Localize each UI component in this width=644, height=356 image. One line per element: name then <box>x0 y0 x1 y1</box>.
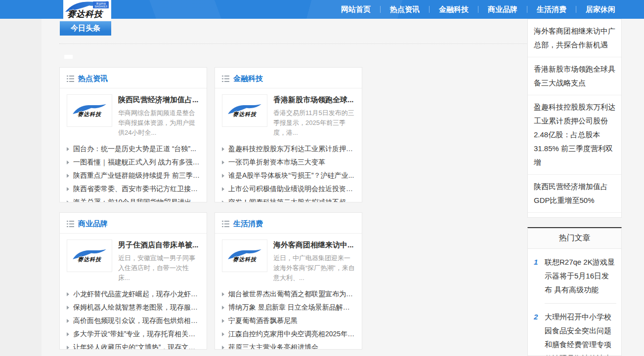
card-title[interactable]: 生活消费 <box>233 219 263 229</box>
card-title[interactable]: 商业品牌 <box>78 219 108 229</box>
card-title[interactable]: 热点资讯 <box>78 74 108 83</box>
nav-item-home[interactable]: 网站首页 <box>338 5 374 14</box>
triangle-right-icon <box>67 306 69 310</box>
sidebar-article[interactable]: 从销量第一到生态引领，创维以硬核科技实力与全球化战略点亮广交会 <box>528 213 621 218</box>
featured-title[interactable]: 陕西民营经济增加值占... <box>118 95 200 105</box>
card-title[interactable]: 金融科技 <box>233 74 263 83</box>
triangle-right-icon <box>67 160 69 164</box>
sidebar-article[interactable]: 盈趣科技控股股东万利达工业累计质押公司股份2.48亿股：占总股本31.85% 前… <box>528 95 621 175</box>
list-icon <box>67 76 74 82</box>
news-item[interactable]: 小龙虾替代品蓝龙虾崛起，现存小龙虾相关... <box>67 287 200 301</box>
main-nav: 网站首页 热点资讯 金融科技 商业品牌 生活消费 居家休闲 <box>338 0 618 19</box>
list-icon <box>222 76 229 82</box>
triangle-right-icon <box>222 346 224 350</box>
article-thumbnail[interactable]: 赛达科技 <box>222 239 267 272</box>
nav-item-fintech[interactable]: 金融科技 <box>436 5 472 14</box>
featured-article[interactable]: 赛达科技 男子住酒店自带床单被... 近日，安徽宣城一男子同事入住酒店时，自带一… <box>60 234 207 284</box>
article-thumbnail[interactable]: 赛达科技 <box>67 94 112 127</box>
featured-title[interactable]: 海外客商团相继来访中... <box>273 240 355 250</box>
nav-separator <box>576 6 576 13</box>
triangle-right-icon <box>67 332 69 336</box>
brand-text: 赛达科技 <box>233 111 257 118</box>
section-card-life-consumption: 生活消费 赛达科技 海外客商团相继来访中... 近日，中广电器集团迎来一波海外客… <box>215 212 362 350</box>
featured-title[interactable]: 香港新股市场领跑全球... <box>273 95 355 105</box>
nav-item-life-consumption[interactable]: 生活消费 <box>534 5 569 14</box>
card-header: 热点资讯 <box>60 68 207 88</box>
news-item[interactable]: 江森自控约克家用中央空调亮相2025年进... <box>222 327 355 341</box>
card-header: 生活消费 <box>215 213 362 234</box>
news-item[interactable]: 陕西重点产业链群能级持续提升 前三季度... <box>67 169 200 182</box>
nav-item-business-brand[interactable]: 商业品牌 <box>485 5 520 14</box>
news-item[interactable]: 盈趣科技控股股东万利达工业累计质押公司... <box>222 142 355 156</box>
article-thumbnail[interactable]: 赛达科技 <box>67 239 112 272</box>
sidebar-article[interactable]: 陕西民营经济增加值占GDP比重增至50% <box>528 175 621 213</box>
hot-article[interactable]: 1 联想R27qe 2K游戏显示器将于5月16日发布 具有高级功能 <box>528 249 621 303</box>
triangle-right-icon <box>222 174 224 178</box>
logo-badge: 赛达科技 SAIDAKEJI <box>93 1 109 8</box>
triangle-right-icon <box>222 200 224 202</box>
section-card-hot-news: 热点资讯 赛达科技 陕西民营经济增加值占... 华商网综合新闻频道是整合华商报媒… <box>59 67 207 202</box>
triangle-right-icon <box>222 187 224 191</box>
nav-separator <box>527 6 527 13</box>
featured-article[interactable]: 赛达科技 海外客商团相继来访中... 近日，中广电器集团迎来一波海外客商“探厂热… <box>215 234 362 284</box>
article-thumbnail[interactable]: 赛达科技 <box>222 94 267 127</box>
news-item[interactable]: 一图看懂｜福建舰正式入列 战力有多强？... <box>67 156 200 169</box>
news-item[interactable]: 荏原三大主营业务亮相进博会 <box>222 341 355 350</box>
triangle-right-icon <box>67 147 69 151</box>
featured-article[interactable]: 赛达科技 陕西民营经济增加值占... 华商网综合新闻频道是整合华商报媒体资源，为… <box>60 88 207 139</box>
news-item[interactable]: 多大学开设“带娃”专业，现存托育相关企... <box>67 327 200 341</box>
featured-title[interactable]: 男子住酒店自带床单被... <box>118 240 200 250</box>
hot-article[interactable]: 2 大理州召开中小学校园食品安全突出问题和膳食经费管理专项整治暨暑期涉校涉生安全… <box>528 304 621 356</box>
triangle-right-icon <box>222 160 224 164</box>
news-list: 小龙虾替代品蓝龙虾崛起，现存小龙虾相关... 保姆机器人绘就智慧养老图景，现存服… <box>60 284 207 350</box>
news-item[interactable]: 宁夏葡萄酒香飘慕尼黑 <box>222 314 355 327</box>
triangle-right-icon <box>67 346 69 350</box>
nav-separator <box>380 6 381 13</box>
featured-desc: 近日，中广电器集团迎来一波海外客商“探厂热潮”，来自意大利、... <box>273 253 355 283</box>
sidebar-latest-articles: 海外客商团相继来访中广总部，共探合作新机遇 香港新股市场领跑全球具备三大战略支点… <box>527 19 622 218</box>
news-item[interactable]: 一张罚单折射资本市场三大变革 <box>222 156 355 169</box>
rank-badge: 2 <box>534 310 545 356</box>
news-item[interactable]: 高价面包频现引众议，现存面包烘焙相关企... <box>67 314 200 327</box>
today-headlines-tab[interactable]: 今日头条 <box>60 21 111 36</box>
news-list: 国台办：统一是历史大势是正道 “台独”... 一图看懂｜福建舰正式入列 战力有多… <box>60 139 207 202</box>
triangle-right-icon <box>222 147 224 151</box>
news-item[interactable]: 突发！闻泰科技第二大股东拟减持不超过3... <box>222 196 355 202</box>
list-icon <box>222 221 229 227</box>
nav-item-hot-news[interactable]: 热点资讯 <box>387 5 423 14</box>
featured-desc: 近日，安徽宣城一男子同事入住酒店时，自带一次性床... <box>118 253 200 283</box>
sidebar-article[interactable]: 海外客商团相继来访中广总部，共探合作新机遇 <box>528 19 621 57</box>
list-icon <box>67 221 74 227</box>
latest-list: 海外客商团相继来访中广总部，共探合作新机遇 香港新股市场领跑全球具备三大战略支点… <box>528 19 621 218</box>
triangle-right-icon <box>67 319 69 323</box>
news-item[interactable]: 让年轻人收藏历史的“文博热”，现存文创... <box>67 341 200 350</box>
card-header: 金融科技 <box>215 68 362 88</box>
news-item[interactable]: 博纳万象 昱启新章 日立全场景新品解决方... <box>222 301 355 314</box>
brand-text: 赛达科技 <box>233 256 257 263</box>
section-card-business-brand: 商业品牌 赛达科技 男子住酒店自带床单被... 近日，安徽宣城一男子同事入住酒店… <box>59 212 207 350</box>
news-item[interactable]: 保姆机器人绘就智慧养老图景，现存服务机... <box>67 301 200 314</box>
news-item[interactable]: 海关总署：前10个月我国货物贸易进出口... <box>67 196 200 202</box>
decorative-block <box>64 55 73 59</box>
page: 网站首页 热点资讯 金融科技 商业品牌 生活消费 居家休闲 赛达科技 SAIDA… <box>0 0 644 356</box>
card-header: 商业品牌 <box>60 213 207 234</box>
triangle-right-icon <box>67 187 69 191</box>
nav-item-home-leisure[interactable]: 居家休闲 <box>583 5 618 14</box>
brand-text: 赛达科技 <box>78 111 101 118</box>
sidebar-article[interactable]: 香港新股市场领跑全球具备三大战略支点 <box>528 57 621 95</box>
triangle-right-icon <box>67 174 69 178</box>
site-logo[interactable]: 赛达科技 SAIDAKEJI 赛达科技 <box>63 0 111 20</box>
sidebar-hot-articles: 热门文章 1 联想R27qe 2K游戏显示器将于5月16日发布 具有高级功能 2… <box>527 227 622 356</box>
triangle-right-icon <box>222 319 224 323</box>
news-item[interactable]: 陕西省委常委、西安市委书记方红卫接受中... <box>67 182 200 196</box>
news-item[interactable]: 上市公司积极借助业绩说明会拉近投资者关... <box>222 182 355 196</box>
news-list: 烟台被世界杰出葡萄酒之都联盟宣布为观察... 博纳万象 昱启新章 日立全场景新品… <box>215 284 362 350</box>
brand-text: 赛达科技 <box>78 256 101 263</box>
logo-brand-text: 赛达科技 <box>67 8 103 20</box>
nav-separator <box>429 6 429 13</box>
news-item[interactable]: 谁是A股半导体板块“亏损王”？沪硅产业... <box>222 169 355 182</box>
news-item[interactable]: 国台办：统一是历史大势是正道 “台独”... <box>67 142 200 156</box>
triangle-right-icon <box>222 292 224 296</box>
featured-article[interactable]: 赛达科技 香港新股市场领跑全球... 香港交易所11月5日发布的三季报显示，20… <box>215 88 362 139</box>
news-item[interactable]: 烟台被世界杰出葡萄酒之都联盟宣布为观察... <box>222 287 355 301</box>
